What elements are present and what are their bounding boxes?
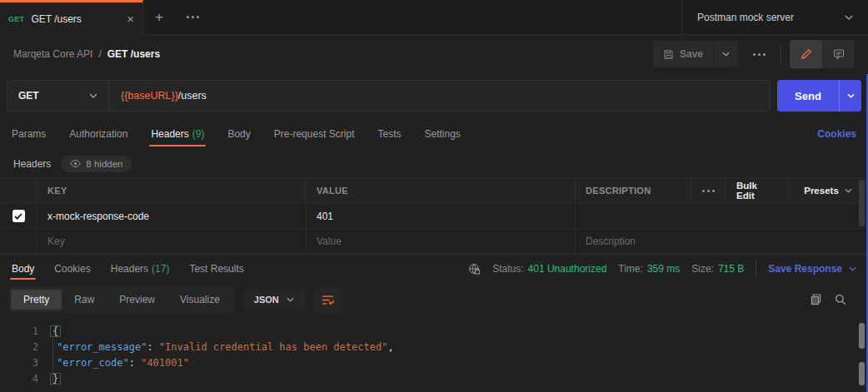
response-view-row: Pretty Raw Preview Visualize JSON [0, 283, 868, 316]
table-row: x-mock-response-code 401 [0, 204, 868, 229]
select-all-cell [0, 178, 37, 203]
response-tab-body[interactable]: Body [12, 255, 34, 283]
tab-params[interactable]: Params [12, 118, 46, 150]
url-row: GET {{baseURL}}/users Send [0, 73, 868, 118]
header-description-input[interactable] [576, 204, 868, 228]
environment-name: Postman mock server [697, 12, 794, 23]
breadcrumb-separator: / [98, 48, 101, 60]
comment-icon [833, 48, 845, 60]
chevron-down-icon [845, 15, 853, 20]
cookies-link[interactable]: Cookies [817, 118, 856, 150]
divider [756, 260, 756, 278]
view-mode-segmented-control: Pretty Raw Preview Visualize [8, 287, 235, 312]
environment-selector[interactable]: Postman mock server [681, 0, 868, 34]
tab-headers[interactable]: Headers (9) [151, 118, 204, 150]
view-pretty-button[interactable]: Pretty [11, 290, 62, 310]
send-button[interactable]: Send [777, 80, 839, 112]
tab-authorization[interactable]: Authorization [69, 118, 127, 150]
response-scrollbar-secondary[interactable] [859, 362, 865, 385]
header-key-input[interactable]: x-mock-response-code [37, 204, 307, 228]
presets-label: Presets [804, 186, 839, 196]
wrap-lines-button[interactable] [313, 288, 343, 312]
response-tab-headers-label: Headers [111, 263, 148, 275]
breadcrumb-collection[interactable]: Marqeta Core API [13, 48, 92, 60]
request-tab[interactable]: GET GET /users × [0, 0, 143, 35]
more-icon [187, 16, 199, 18]
bulk-edit-button[interactable]: Bulk Edit [726, 178, 788, 203]
method-dropdown[interactable]: GET [7, 81, 109, 111]
globe-lock-icon[interactable] [468, 263, 481, 275]
new-value-input[interactable]: Value [307, 229, 576, 253]
comment-button[interactable] [822, 40, 855, 68]
request-tabs: Params Authorization Headers (9) Body Pr… [0, 118, 868, 150]
send-button-label: Send [795, 90, 821, 102]
json-comma: , [387, 341, 393, 353]
tab-tests[interactable]: Tests [377, 118, 401, 150]
view-preview-button[interactable]: Preview [107, 290, 167, 310]
send-options-button[interactable] [839, 80, 861, 112]
tab-prerequest-script[interactable]: Pre-request Script [274, 118, 355, 150]
search-icon[interactable] [835, 294, 846, 305]
response-body-editor[interactable]: 1 { 2 "error_message": "Invalid credenti… [0, 316, 868, 386]
column-key: KEY [37, 178, 307, 203]
save-options-button[interactable] [714, 41, 738, 67]
request-more-actions-button[interactable] [746, 41, 772, 67]
url-input[interactable]: {{baseURL}}/users [109, 90, 218, 102]
table-scrollbar[interactable] [859, 180, 865, 226]
format-label: JSON [254, 295, 279, 305]
breadcrumb-request: GET /users [107, 48, 160, 60]
time-label: Time: [618, 263, 643, 275]
response-toolbar-right [811, 294, 860, 305]
view-raw-button[interactable]: Raw [62, 290, 107, 310]
tab-tests-label: Tests [377, 128, 401, 140]
chevron-down-icon [287, 297, 294, 302]
url-variable: {{baseURL}} [121, 90, 178, 102]
table-more-button[interactable] [691, 178, 726, 203]
tab-body[interactable]: Body [227, 118, 250, 150]
response-tab-test-results[interactable]: Test Results [189, 255, 243, 283]
close-icon[interactable]: × [127, 12, 134, 26]
chevron-down-icon [89, 93, 97, 98]
edit-button[interactable] [790, 40, 822, 68]
response-scrollbar[interactable] [859, 323, 865, 349]
copy-icon[interactable] [811, 294, 821, 305]
format-dropdown[interactable]: JSON [243, 289, 305, 310]
status-value: 401 Unauthorized [528, 263, 607, 275]
save-button[interactable]: Save [653, 41, 714, 67]
json-string-value: "401001" [141, 357, 189, 369]
presets-dropdown[interactable]: Presets [788, 178, 868, 203]
tab-method-badge: GET [8, 15, 24, 23]
fold-guide-line [52, 339, 53, 385]
view-visualize-button[interactable]: Visualize [167, 290, 232, 310]
tab-title: GET /users [31, 13, 81, 25]
new-key-input[interactable]: Key [37, 229, 307, 253]
eye-icon [70, 160, 81, 167]
column-value: VALUE [307, 178, 576, 203]
wrap-text-icon [322, 295, 335, 305]
response-tab-cookies-label: Cookies [54, 263, 90, 275]
tab-options-button[interactable] [175, 0, 211, 34]
more-icon [753, 53, 766, 56]
response-tab-headers[interactable]: Headers (17) [111, 255, 170, 283]
open-brace[interactable]: { [50, 325, 61, 337]
new-tab-button[interactable]: + [143, 0, 175, 34]
more-icon [702, 190, 715, 192]
header-value-input[interactable]: 401 [307, 204, 576, 228]
tab-headers-label: Headers [151, 128, 188, 140]
line-number: 4 [0, 373, 38, 385]
save-button-group: Save [653, 41, 738, 67]
json-string-value: "Invalid credential has been detected" [159, 341, 388, 353]
row-checkbox-checked[interactable] [12, 210, 25, 222]
status-label: Status: [492, 263, 523, 275]
json-key: "error_code" [57, 357, 129, 369]
size-value: 715 B [718, 263, 744, 275]
close-brace[interactable]: } [50, 373, 61, 385]
tab-authorization-label: Authorization [69, 128, 127, 140]
hidden-headers-label: 8 hidden [86, 159, 122, 169]
new-description-input[interactable]: Description [576, 229, 868, 253]
response-tab-cookies[interactable]: Cookies [54, 255, 90, 283]
tab-settings[interactable]: Settings [425, 118, 461, 150]
tab-settings-label: Settings [425, 128, 461, 140]
hidden-headers-toggle[interactable]: 8 hidden [61, 156, 132, 172]
save-response-button[interactable]: Save Response [768, 263, 856, 275]
